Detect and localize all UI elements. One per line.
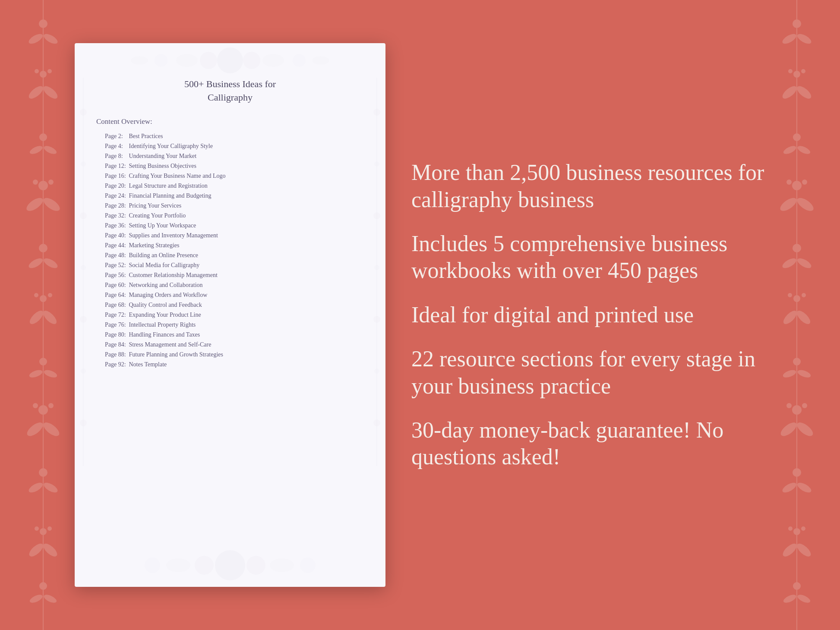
svg-point-11 <box>39 133 47 141</box>
toc-page-num: Page 84: <box>105 341 127 348</box>
toc-title: Setting Business Objectives <box>127 163 196 169</box>
svg-point-59 <box>786 180 792 185</box>
doc-toc: Page 2: Best PracticesPage 4: Identifyin… <box>96 132 364 369</box>
toc-title: Marketing Strategies <box>127 242 180 249</box>
toc-item: Page 32: Creating Your Portfolio <box>96 211 364 220</box>
svg-point-37 <box>41 542 59 559</box>
doc-floral-right <box>368 78 385 544</box>
toc-title: Understanding Your Market <box>127 153 196 159</box>
toc-page-num: Page 36: <box>105 222 127 229</box>
svg-point-17 <box>27 256 44 270</box>
toc-title: Identifying Your Calligraphy Style <box>127 143 213 149</box>
svg-point-96 <box>312 56 329 65</box>
svg-point-56 <box>778 195 799 214</box>
svg-point-12 <box>25 195 45 214</box>
svg-point-45 <box>781 32 798 46</box>
svg-point-10 <box>43 145 58 156</box>
svg-point-81 <box>795 542 813 559</box>
svg-point-68 <box>802 293 806 297</box>
svg-point-3 <box>39 19 47 28</box>
toc-page-num: Page 8: <box>105 153 127 160</box>
svg-point-30 <box>38 405 48 415</box>
toc-page-num: Page 4: <box>105 143 127 150</box>
svg-point-89 <box>200 52 217 69</box>
svg-point-83 <box>788 526 793 531</box>
svg-point-63 <box>793 244 801 252</box>
svg-point-71 <box>793 358 801 365</box>
toc-page-num: Page 80: <box>105 331 127 338</box>
svg-point-28 <box>25 420 45 438</box>
toc-page-num: Page 48: <box>105 252 127 259</box>
svg-point-54 <box>796 145 812 156</box>
feature-item-1: Includes 5 comprehensive business workbo… <box>411 230 765 284</box>
svg-point-73 <box>795 420 815 438</box>
toc-item: Page 40: Supplies and Inventory Manageme… <box>96 231 364 240</box>
svg-point-61 <box>781 256 798 270</box>
toc-item: Page 2: Best Practices <box>96 132 364 141</box>
svg-point-70 <box>796 369 812 379</box>
svg-point-91 <box>176 54 198 67</box>
toc-item: Page 52: Social Media for Calligraphy <box>96 261 364 270</box>
svg-point-76 <box>802 403 807 408</box>
toc-page-num: Page 72: <box>105 312 127 318</box>
doc-floral-left <box>75 78 92 544</box>
toc-title: Expanding Your Product Line <box>127 312 201 318</box>
svg-point-4 <box>27 84 45 101</box>
svg-point-65 <box>795 309 812 326</box>
svg-point-69 <box>782 369 797 379</box>
feature-item-3: 22 resource sections for every stage in … <box>411 346 765 400</box>
toc-page-num: Page 28: <box>105 202 127 209</box>
svg-point-87 <box>793 582 801 590</box>
toc-title: Managing Orders and Workflow <box>127 292 207 298</box>
svg-point-13 <box>41 195 62 214</box>
feature-item-4: 30-day money-back guarantee! No question… <box>411 417 765 471</box>
svg-point-24 <box>48 293 52 297</box>
svg-point-21 <box>41 309 59 326</box>
svg-point-34 <box>42 481 59 495</box>
svg-point-94 <box>293 54 306 67</box>
toc-item: Page 92: Notes Template <box>96 360 364 369</box>
feature-item-0: More than 2,500 business resources for c… <box>411 159 765 213</box>
doc-floral-top <box>75 43 385 78</box>
toc-title: Pricing Your Services <box>127 202 181 209</box>
svg-point-50 <box>793 71 800 78</box>
toc-page-num: Page 44: <box>105 242 127 249</box>
svg-point-77 <box>781 481 798 495</box>
svg-point-108 <box>81 265 86 270</box>
toc-page-num: Page 88: <box>105 351 127 358</box>
doc-floral-bottom <box>75 544 385 587</box>
svg-point-15 <box>33 180 38 185</box>
toc-item: Page 44: Marketing Strategies <box>96 241 364 250</box>
svg-point-48 <box>780 84 799 101</box>
doc-title: 500+ Business Ideas for Calligraphy <box>96 78 364 104</box>
svg-point-26 <box>43 369 58 379</box>
toc-page-num: Page 20: <box>105 183 127 189</box>
svg-point-118 <box>374 369 379 374</box>
svg-point-102 <box>145 558 160 573</box>
toc-item: Page 48: Building an Online Presence <box>96 251 364 260</box>
svg-point-67 <box>788 293 792 297</box>
svg-point-46 <box>796 32 813 46</box>
toc-item: Page 28: Pricing Your Services <box>96 202 364 210</box>
svg-point-80 <box>781 542 799 559</box>
toc-item: Page 76: Intellectual Property Rights <box>96 321 364 329</box>
toc-item: Page 88: Future Planning and Growth Stra… <box>96 350 364 359</box>
toc-title: Legal Structure and Registration <box>127 183 208 189</box>
svg-point-92 <box>262 54 284 67</box>
toc-page-num: Page 52: <box>105 262 127 269</box>
svg-point-29 <box>41 420 61 438</box>
toc-title: Customer Relationship Management <box>127 272 218 278</box>
svg-point-7 <box>35 69 39 73</box>
toc-title: Best Practices <box>127 133 163 139</box>
svg-point-25 <box>28 369 44 379</box>
svg-point-58 <box>792 181 802 190</box>
toc-title: Building an Online Presence <box>127 252 198 258</box>
svg-point-86 <box>796 593 812 605</box>
toc-title: Quality Control and Feedback <box>127 302 202 308</box>
svg-point-14 <box>38 181 48 190</box>
toc-page-num: Page 60: <box>105 282 127 289</box>
toc-item: Page 72: Expanding Your Product Line <box>96 311 364 319</box>
svg-point-115 <box>373 212 380 219</box>
toc-title: Crafting Your Business Name and Logo <box>127 173 226 179</box>
svg-point-40 <box>47 526 52 531</box>
